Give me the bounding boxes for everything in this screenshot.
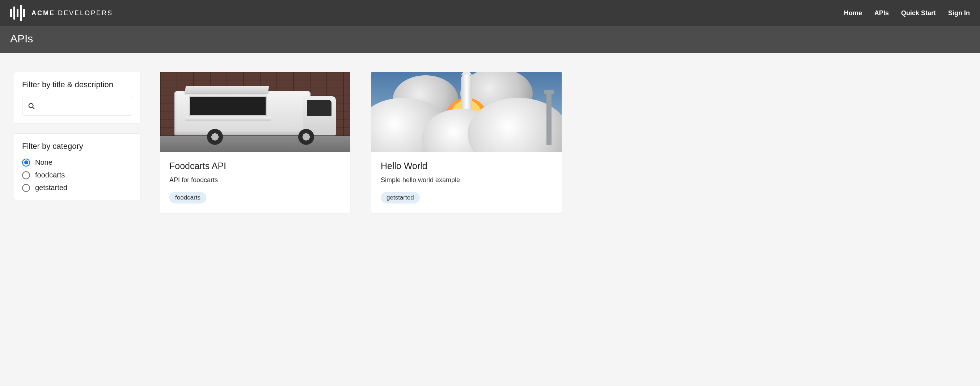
nav-home[interactable]: Home — [844, 10, 862, 17]
radio-icon — [22, 184, 30, 192]
brand-light: DEVELOPERS — [58, 10, 113, 17]
card-description: API for foodcarts — [169, 176, 341, 184]
content: Filter by title & description Filter by … — [0, 53, 980, 232]
search-input[interactable] — [39, 102, 127, 110]
svg-point-0 — [29, 104, 33, 108]
search-icon — [27, 102, 35, 110]
cards-grid: Foodcarts API API for foodcarts foodcart… — [160, 72, 966, 213]
card-title: Foodcarts API — [169, 161, 341, 171]
filter-search-panel: Filter by title & description — [14, 72, 140, 124]
category-radio-list: None foodcarts getstarted — [22, 158, 132, 192]
radio-label: foodcarts — [35, 171, 65, 179]
radio-icon — [22, 171, 30, 179]
brand[interactable]: ACME DEVELOPERS — [10, 6, 113, 20]
filter-category-panel: Filter by category None foodcarts getsta… — [14, 133, 140, 200]
category-radio-getstarted[interactable]: getstarted — [22, 183, 132, 192]
card-tag-chip[interactable]: foodcarts — [169, 192, 206, 204]
brand-strong: ACME — [32, 10, 55, 17]
main-nav: Home APIs Quick Start Sign In — [844, 10, 970, 17]
topbar: ACME DEVELOPERS Home APIs Quick Start Si… — [0, 0, 980, 26]
card-body: Hello World Simple hello world example g… — [371, 152, 562, 213]
filter-search-title: Filter by title & description — [22, 80, 132, 89]
nav-apis[interactable]: APIs — [874, 10, 889, 17]
search-wrap[interactable] — [22, 97, 132, 115]
sidebar: Filter by title & description Filter by … — [14, 72, 140, 213]
card-tag-chip[interactable]: getstarted — [381, 192, 420, 204]
nav-signin[interactable]: Sign In — [948, 10, 970, 17]
card-image-foodtruck — [160, 72, 350, 152]
page-title: APIs — [10, 33, 970, 45]
brand-logo-icon — [10, 6, 25, 20]
radio-label: None — [35, 158, 52, 167]
card-image-rocket — [371, 72, 562, 152]
nav-quickstart[interactable]: Quick Start — [901, 10, 936, 17]
svg-line-1 — [33, 107, 34, 109]
card-body: Foodcarts API API for foodcarts foodcart… — [160, 152, 350, 213]
radio-icon — [22, 159, 30, 167]
api-card-helloworld[interactable]: Hello World Simple hello world example g… — [371, 72, 562, 213]
card-title: Hello World — [381, 161, 552, 171]
api-card-foodcarts[interactable]: Foodcarts API API for foodcarts foodcart… — [160, 72, 350, 213]
subheader: APIs — [0, 26, 980, 53]
filter-category-title: Filter by category — [22, 142, 132, 151]
brand-text: ACME DEVELOPERS — [32, 10, 113, 17]
category-radio-none[interactable]: None — [22, 158, 132, 167]
category-radio-foodcarts[interactable]: foodcarts — [22, 171, 132, 179]
radio-label: getstarted — [35, 183, 67, 192]
card-description: Simple hello world example — [381, 176, 552, 184]
